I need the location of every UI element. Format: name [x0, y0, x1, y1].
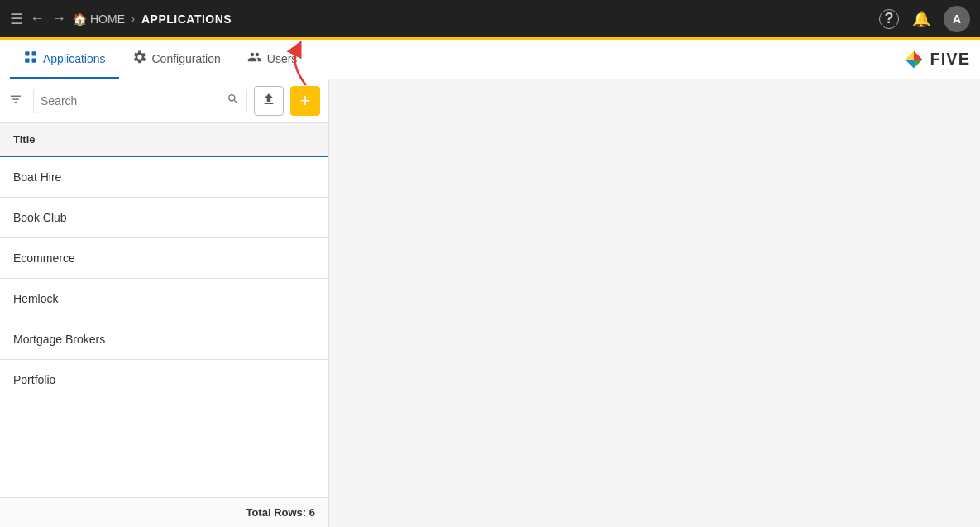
avatar[interactable]: A [944, 6, 970, 32]
search-input[interactable] [41, 94, 227, 108]
five-logo-text: FIVE [930, 50, 970, 69]
table-row[interactable]: Mortgage Brokers [0, 319, 328, 360]
users-tab-icon [247, 50, 262, 67]
main-content: + Title Boat HireBook ClubEcommerceHemlo… [0, 79, 980, 527]
tab-users[interactable]: Users [234, 40, 311, 79]
right-panel [329, 79, 980, 527]
column-title: Title [13, 133, 36, 146]
table-row[interactable]: Hemlock [0, 279, 328, 319]
svg-rect-2 [25, 58, 29, 62]
top-bar-right: ? 🔔 A [879, 6, 970, 32]
tab-configuration[interactable]: Configuration [119, 40, 234, 79]
five-logo-icon [902, 48, 925, 71]
home-label[interactable]: HOME [90, 12, 125, 26]
top-bar: ☰ ← → 🏠 HOME › APPLICATIONS ? 🔔 A [0, 0, 980, 40]
table-row[interactable]: Portfolio [0, 360, 328, 400]
home-link[interactable]: 🏠 HOME [73, 12, 125, 26]
search-icon [227, 93, 240, 109]
table-header: Title [0, 123, 328, 157]
menu-icon[interactable]: ☰ [10, 10, 23, 28]
svg-rect-3 [32, 58, 36, 62]
top-bar-left: ☰ ← → 🏠 HOME › APPLICATIONS [10, 10, 232, 28]
table-row[interactable]: Ecommerce [0, 238, 328, 279]
add-icon: + [300, 92, 311, 110]
table-footer: Total Rows: 6 [0, 497, 328, 527]
applications-tab-icon [23, 50, 38, 68]
back-icon[interactable]: ← [30, 10, 45, 27]
table-row[interactable]: Boat Hire [0, 157, 328, 198]
breadcrumb-current: APPLICATIONS [141, 12, 232, 26]
tab-applications[interactable]: Applications [10, 40, 119, 79]
add-button[interactable]: + [290, 86, 320, 116]
breadcrumb: 🏠 HOME › APPLICATIONS [73, 12, 232, 26]
toolbar: + [0, 79, 328, 123]
table-row[interactable]: Book Club [0, 198, 328, 238]
svg-rect-1 [32, 51, 36, 55]
home-icon: 🏠 [73, 12, 87, 26]
left-panel: + Title Boat HireBook ClubEcommerceHemlo… [0, 79, 329, 527]
bell-icon[interactable]: 🔔 [912, 10, 930, 28]
tab-applications-label: Applications [43, 52, 106, 65]
breadcrumb-sep: › [131, 13, 135, 25]
tab-configuration-label: Configuration [152, 52, 221, 65]
total-rows-label: Total Rows: 6 [246, 506, 315, 519]
tab-bar: Applications Configuration Users FIVE [0, 40, 980, 79]
tab-bar-left: Applications Configuration Users [10, 40, 310, 79]
forward-icon[interactable]: → [51, 10, 66, 27]
import-button[interactable] [254, 86, 284, 116]
table-body: Boat HireBook ClubEcommerceHemlockMortga… [0, 157, 328, 497]
help-icon[interactable]: ? [879, 9, 899, 29]
filter-icon[interactable] [8, 92, 23, 110]
configuration-tab-icon [132, 50, 147, 67]
import-icon [261, 92, 276, 110]
svg-rect-0 [25, 51, 29, 55]
search-field[interactable] [33, 89, 247, 113]
five-logo: FIVE [902, 48, 970, 71]
tab-users-label: Users [267, 52, 298, 65]
